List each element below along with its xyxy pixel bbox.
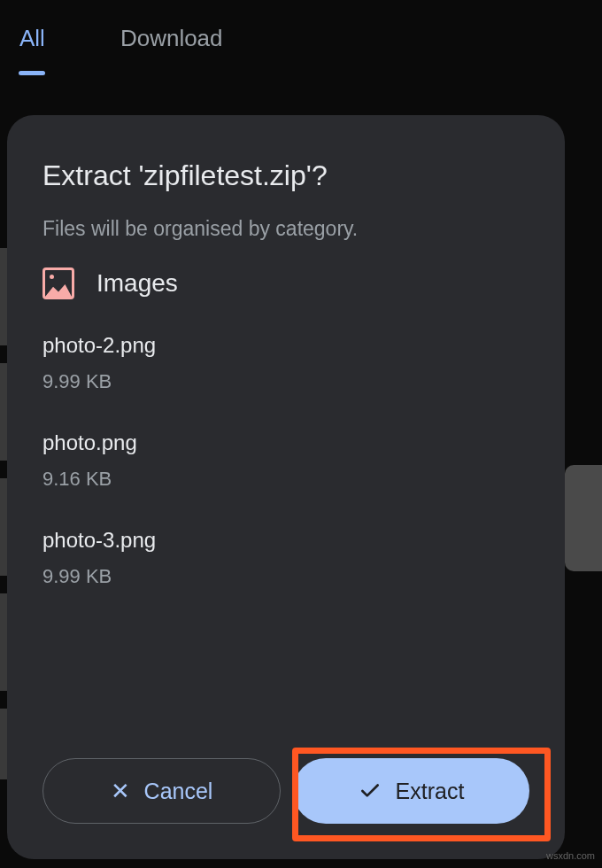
category-label: Images [96,269,178,298]
watermark: wsxdn.com [546,850,595,861]
file-list: photo-2.png 9.99 KB photo.png 9.16 KB ph… [42,333,529,758]
tab-all[interactable]: All [19,25,45,68]
check-icon [359,779,382,802]
tab-download[interactable]: Download [120,25,223,68]
tab-bar: All Download [0,0,602,68]
dialog-buttons: ✕ Cancel Extract [42,758,529,824]
extract-label: Extract [396,779,465,804]
dialog-subtitle: Files will be organised by category. [42,217,529,241]
extract-dialog: Extract 'zipfiletest.zip'? Files will be… [7,115,565,859]
file-size: 9.16 KB [42,468,529,491]
cancel-button[interactable]: ✕ Cancel [42,758,281,824]
file-name: photo.png [42,430,529,455]
background-thumbnail-right [565,465,602,571]
list-item: photo-3.png 9.99 KB [42,528,529,588]
close-icon: ✕ [111,778,130,805]
background-thumbnails [0,248,7,779]
file-size: 9.99 KB [42,370,529,393]
file-size: 9.99 KB [42,565,529,588]
category-header: Images [42,267,529,299]
file-name: photo-3.png [42,528,529,553]
dialog-title: Extract 'zipfiletest.zip'? [42,159,529,192]
list-item: photo.png 9.16 KB [42,430,529,491]
cancel-label: Cancel [144,779,213,804]
file-name: photo-2.png [42,333,529,358]
images-icon [42,267,74,299]
extract-button[interactable]: Extract [293,758,529,824]
list-item: photo-2.png 9.99 KB [42,333,529,393]
